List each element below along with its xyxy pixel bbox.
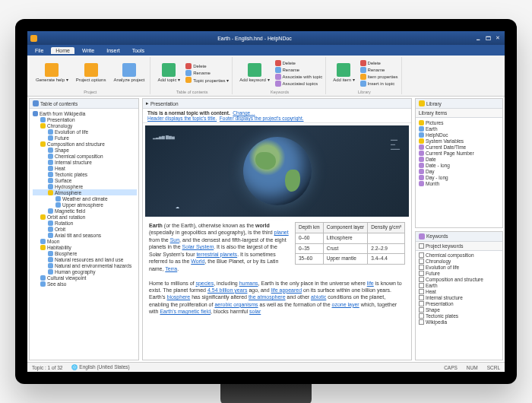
keyword-item[interactable]: Shape <box>419 307 501 313</box>
associated-topics[interactable]: Associated topics <box>275 81 323 87</box>
toc-item[interactable]: Hydrosphere <box>33 183 137 189</box>
tab-home[interactable]: Home <box>51 47 74 54</box>
keyword-item[interactable]: Future <box>419 271 501 277</box>
checkbox-icon[interactable] <box>419 289 424 294</box>
keyword-item[interactable]: Chronology <box>419 259 501 265</box>
library-item[interactable]: Month <box>419 180 501 186</box>
library-item[interactable]: Current Date/Time <box>419 144 501 150</box>
delete-keyword[interactable]: Delete <box>275 60 323 66</box>
status-language[interactable]: English (United States) <box>79 364 129 370</box>
library-item[interactable]: HelpNDoc <box>419 132 501 138</box>
keywords-tree[interactable]: Chemical compositionChronologyEvolution … <box>416 251 502 360</box>
checkbox-icon[interactable] <box>419 307 424 313</box>
tab-tools[interactable]: Tools <box>128 47 149 54</box>
checkbox-icon[interactable] <box>419 295 424 300</box>
content-link[interactable]: Solar System <box>182 244 214 249</box>
content-link[interactable]: humans <box>239 281 258 286</box>
content-link[interactable]: planet <box>274 230 289 235</box>
library-item[interactable]: Date <box>419 156 501 162</box>
rename-item[interactable]: Rename <box>360 67 398 73</box>
toc-item[interactable]: Tectonic plates <box>33 171 137 177</box>
topic-properties[interactable]: Topic properties ▾ <box>185 77 229 83</box>
keyword-item[interactable]: Heat <box>419 289 501 295</box>
toc-item[interactable]: Cultural viewpoint <box>33 274 137 281</box>
content-link[interactable]: Sun <box>170 237 179 243</box>
maximize-button[interactable]: 🗖 <box>484 34 492 42</box>
checkbox-icon[interactable] <box>419 283 424 288</box>
close-button[interactable]: ✕ <box>494 34 502 42</box>
toc-item[interactable]: Orbit and rotation <box>33 214 137 220</box>
toc-item[interactable]: Human geography <box>33 268 137 274</box>
minimize-button[interactable]: 🗕 <box>474 34 482 42</box>
topic-content[interactable]: Depth kmComponent layerDensity g/cm³ 0–6… <box>143 219 411 360</box>
toc-item[interactable]: Natural and environmental hazards <box>33 262 137 268</box>
add-keyword[interactable]: Add keyword ▾ <box>237 57 271 89</box>
checkbox-icon[interactable] <box>419 265 424 270</box>
keyword-item[interactable]: Composition and structure <box>419 277 501 283</box>
toc-item[interactable]: Axial tilt and seasons <box>33 232 137 238</box>
library-tree[interactable]: PicturesEarthHelpNDocSystem VariablesCur… <box>416 118 502 227</box>
content-link[interactable]: biosphere <box>167 294 191 300</box>
library-item[interactable]: Earth <box>419 125 501 132</box>
checkbox-icon[interactable] <box>419 271 424 276</box>
toc-item[interactable]: Evolution of life <box>33 129 137 135</box>
toc-item[interactable]: Presentation <box>33 116 137 122</box>
toc-item[interactable]: Surface <box>33 177 137 183</box>
rename-keyword[interactable]: Rename <box>275 67 323 73</box>
delete-topic[interactable]: Delete <box>185 63 229 69</box>
content-link[interactable]: World <box>191 259 204 264</box>
rename-topic[interactable]: Rename <box>185 70 229 76</box>
file-menu[interactable]: File <box>30 47 48 54</box>
toc-item[interactable]: Heat <box>33 165 137 171</box>
toc-item[interactable]: Composition and structure <box>33 141 137 147</box>
checkbox-icon[interactable] <box>419 313 424 319</box>
checkbox-icon[interactable] <box>419 301 424 306</box>
content-link[interactable]: species <box>195 281 214 286</box>
library-item[interactable]: Date - long <box>419 162 501 168</box>
toc-item[interactable]: Magnetic field <box>33 208 137 214</box>
toc-item[interactable]: Moon <box>33 238 137 244</box>
tab-write[interactable]: Write <box>78 47 99 54</box>
toc-item[interactable]: Internal structure <box>33 159 137 165</box>
checkbox-icon[interactable] <box>419 259 424 264</box>
toc-item[interactable]: Natural resources and land use <box>33 256 137 262</box>
project-options[interactable]: Project options <box>74 57 109 89</box>
toc-item[interactable]: See also <box>33 281 137 287</box>
library-item[interactable]: Pictures <box>419 119 501 125</box>
toc-item[interactable]: Future <box>33 135 137 141</box>
tab-insert[interactable]: Insert <box>102 47 125 54</box>
checkbox-icon[interactable] <box>419 319 424 325</box>
library-item[interactable]: Day <box>419 168 501 174</box>
toc-tree[interactable]: Earth from WikipediaPresentationChronolo… <box>30 109 138 360</box>
content-link[interactable]: abiotic <box>311 294 326 300</box>
content-link[interactable]: Terra <box>165 266 177 271</box>
keyword-item[interactable]: Presentation <box>419 301 501 307</box>
toc-item[interactable]: Weather and climate <box>33 195 137 202</box>
generate-help[interactable]: Generate help ▾ <box>33 57 71 89</box>
item-properties[interactable]: Item properties <box>360 74 398 80</box>
toc-item[interactable]: Chronology <box>33 122 137 129</box>
content-link[interactable]: life appeared <box>271 287 302 293</box>
content-link[interactable]: the atmosphere <box>249 294 286 300</box>
add-topic[interactable]: Add topic ▾ <box>155 57 182 89</box>
content-link[interactable]: 4.54 billion years <box>207 287 248 293</box>
toc-item[interactable]: Upper atmosphere <box>33 202 137 208</box>
header-info-link[interactable]: Header displays the topic's title. <box>147 116 217 121</box>
keyword-item[interactable]: Earth <box>419 283 501 289</box>
content-link[interactable]: terrestrial planets <box>196 252 237 257</box>
toc-item[interactable]: Shape <box>33 147 137 153</box>
keyword-item[interactable]: Evolution of life <box>419 265 501 271</box>
checkbox-icon[interactable] <box>419 243 424 249</box>
keyword-item[interactable]: Internal structure <box>419 295 501 301</box>
keyword-item[interactable]: Tectonic plates <box>419 313 501 319</box>
content-link[interactable]: ozone layer <box>332 302 359 307</box>
content-link[interactable]: Earth's magnetic field <box>160 309 211 314</box>
add-item[interactable]: Add item ▾ <box>331 57 356 89</box>
toc-item[interactable]: Earth from Wikipedia <box>33 110 137 116</box>
toc-item[interactable]: Rotation <box>33 220 137 226</box>
content-link[interactable]: aerobic organisms <box>214 302 258 307</box>
change-link[interactable]: Change… <box>233 110 255 116</box>
checkbox-icon[interactable] <box>419 252 424 258</box>
footer-info-link[interactable]: Footer displays the project's copyright. <box>220 116 304 121</box>
library-item[interactable]: Day - long <box>419 174 501 180</box>
